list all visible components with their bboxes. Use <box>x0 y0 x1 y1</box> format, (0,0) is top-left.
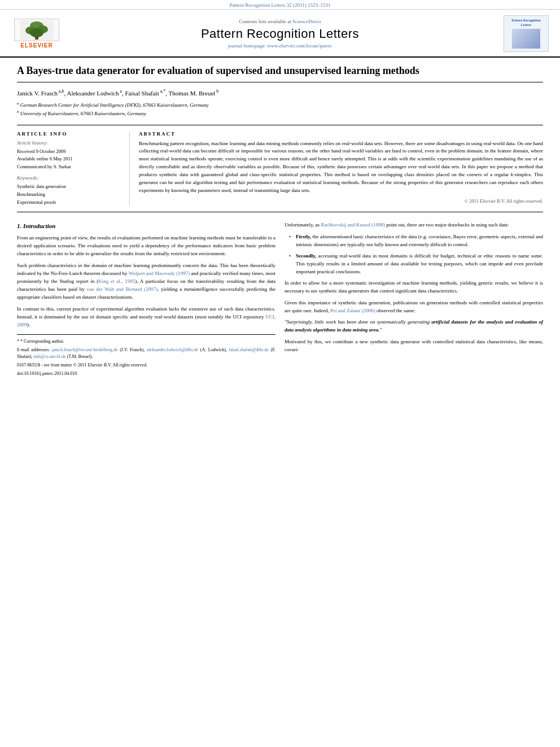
quote-text: "Surprisingly, little work has been done… <box>285 318 543 334</box>
keyword-3: Experimental proofs <box>17 199 123 207</box>
author-faisal: Faisal Shafait <box>125 90 159 97</box>
bullet-text-1: Firstly, the aforementioned basic charac… <box>296 233 543 249</box>
king-link[interactable]: King et al., 1995 <box>98 278 135 284</box>
drawbacks-list: • Firstly, the aforementioned basic char… <box>289 233 543 276</box>
footnote-email-thomas[interactable]: tmb@cs.uni-kl.de <box>33 354 65 359</box>
walt-link[interactable]: van der Walt and Bernard (2007) <box>86 286 158 292</box>
footnote-corresponding-text: * Corresponding author. <box>20 339 64 344</box>
bullet-item-1: • Firstly, the aforementioned basic char… <box>289 233 543 249</box>
journal-ref-bar: Pattern Recognition Letters 32 (2011) 15… <box>0 0 560 10</box>
footnotes-section: * * Corresponding author. E-mail address… <box>17 334 275 377</box>
intro-para3: In contrast to this, current practice of… <box>17 305 275 329</box>
author-janick-sup: a,b <box>58 89 64 94</box>
keyword-2: Benchmarking <box>17 191 123 199</box>
footnote-footer1: 0167-8655/$ - see front matter © 2011 El… <box>17 362 275 369</box>
bullet-dot-1: • <box>289 233 294 249</box>
affil-marker-a: a <box>17 101 19 106</box>
history-online: Available online 6 May 2011 <box>17 155 123 163</box>
footnote-footer2: doi:10.1016/j.patrec.2011.04.010 <box>17 370 275 377</box>
footnote-corresponding: * * Corresponding author. <box>17 338 275 345</box>
article-info-col: ARTICLE INFO Article history: Received 9… <box>17 131 130 207</box>
article-title: A Bayes-true data generator for evaluati… <box>17 64 543 82</box>
footnote-email-janick[interactable]: janick.frasch@iwr.uni-heidelberg.de <box>52 347 118 352</box>
right-para1: Unfortunately, as Rachkovskij and Kussul… <box>285 221 543 229</box>
contents-line: Contents lists available at ScienceDirec… <box>68 19 492 24</box>
pei-link[interactable]: Pei and Zaïane (2006) <box>330 308 375 313</box>
bullet-dot-2: • <box>289 252 294 276</box>
article-info-label: ARTICLE INFO <box>17 131 123 137</box>
footnote-emails: E-mail addresses: janick.frasch@iwr.uni-… <box>17 347 275 360</box>
footnote-email-faisal[interactable]: faisal.shafait@dfki.de <box>229 347 269 352</box>
intro-heading: 1. Introduction <box>17 221 275 231</box>
keyword-1: Synthetic data generation <box>17 183 123 191</box>
journal-title: Pattern Recognition Letters <box>68 27 492 41</box>
elsevier-brand-text: ELSEVIER <box>20 42 53 49</box>
article-history-label: Article history: <box>17 140 123 146</box>
rachkovskij-link[interactable]: Rachkovskij and Kussul (1998) <box>321 222 385 228</box>
main-content: A Bayes-true data generator for evaluati… <box>0 58 560 390</box>
keywords-list: Synthetic data generation Benchmarking E… <box>17 183 123 206</box>
uci-link[interactable]: UCI, 2009 <box>17 314 275 327</box>
author-thomas: Thomas M. Breuel <box>169 90 216 97</box>
article-info-abstract: ARTICLE INFO Article history: Received 9… <box>17 125 543 213</box>
svg-rect-5 <box>35 36 38 40</box>
wolpert-link[interactable]: Wolpert and Macready (1997) <box>129 270 190 276</box>
quote-bold-part: artificial datasets for the analysis and… <box>285 319 543 333</box>
bullet-item-2: • Secondly, accessing real-world data in… <box>289 252 543 276</box>
journal-header-center: Contents lists available at ScienceDirec… <box>68 19 492 49</box>
authors-line: Janick V. Frasch a,b, Aleksander Lodwich… <box>17 88 543 98</box>
article-history-items: Received 9 October 2009 Available online… <box>17 148 123 171</box>
elsevier-logo-area: ELSEVIER <box>11 19 68 49</box>
body-col-left: 1. Introduction From an engineering poin… <box>17 221 275 379</box>
intro-para2: Such problem characteristics in the doma… <box>17 262 275 302</box>
author-faisal-sup: a,* <box>159 89 166 94</box>
affil-marker-b: b <box>17 110 19 114</box>
journal-homepage: journal homepage: www.elsevier.com/locat… <box>68 43 492 49</box>
copyright-line: © 2011 Elsevier B.V. All rights reserved… <box>139 198 543 204</box>
abstract-col: ABSTRACT Benchmarking pattern recognitio… <box>139 131 543 207</box>
affil-a: a German Research Center for Artificial … <box>17 101 543 110</box>
footnote-email-label: E-mail addresses: <box>17 347 50 352</box>
footnote-email-sep1: (J.V. Frasch), <box>120 347 147 352</box>
pr-letters-logo-title: Pattern RecognitionLetters <box>511 19 541 28</box>
affil-b: b University of Kaiserslautern, 67663 Ka… <box>17 109 543 118</box>
contents-text: Contents lists available at <box>239 19 291 24</box>
bullet-text-2: Secondly, accessing real-world data in m… <box>296 252 543 276</box>
journal-ref-text: Pattern Recognition Letters 32 (2011) 15… <box>230 2 331 8</box>
right-para3: Given this importance of synthetic data … <box>285 299 543 315</box>
pr-letters-logo: Pattern RecognitionLetters <box>504 15 549 52</box>
elsevier-tree-image <box>14 19 59 41</box>
footnote-email-sep2: (A. Lodwich), <box>200 347 229 352</box>
affiliations: a German Research Center for Artificial … <box>17 101 543 118</box>
pr-letters-logo-area: Pattern RecognitionLetters <box>492 15 549 52</box>
intro-para1: From an engineering point of view, the r… <box>17 234 275 258</box>
pr-letters-logo-image <box>512 29 540 49</box>
elsevier-logo: ELSEVIER <box>11 19 62 49</box>
keywords-label: Keywords: <box>17 175 123 181</box>
sciencedirect-link[interactable]: ScienceDirect <box>292 19 321 24</box>
abstract-label: ABSTRACT <box>139 131 543 137</box>
body-content: 1. Introduction From an engineering poin… <box>17 221 543 379</box>
author-janick: Janick V. Frasch <box>17 90 58 97</box>
footnote-email-sep4: (T.M. Breuel). <box>67 354 93 359</box>
history-received: Received 9 October 2009 <box>17 148 123 156</box>
history-communicated: Communicated by S. Sarkar <box>17 163 123 171</box>
right-para2: In order to allow for a more systematic … <box>285 279 543 295</box>
right-para4: Motivated by this, we contribute a new s… <box>285 338 543 354</box>
abstract-text: Benchmarking pattern recognition, machin… <box>139 140 543 195</box>
body-col-right: Unfortunately, as Rachkovskij and Kussul… <box>285 221 543 379</box>
author-thomas-sup: b <box>215 89 218 94</box>
author-aleksander: Aleksander Lodwich <box>67 90 119 97</box>
journal-header: ELSEVIER Contents lists available at Sci… <box>0 10 560 58</box>
footnote-email-aleksander[interactable]: aleksander.lodwich@dfki.de <box>147 347 198 352</box>
svg-point-4 <box>30 28 43 37</box>
